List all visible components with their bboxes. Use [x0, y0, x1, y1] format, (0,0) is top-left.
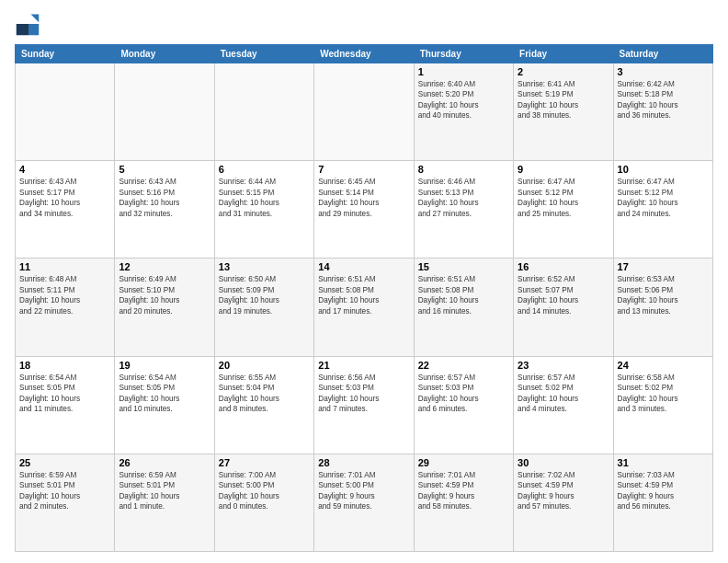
day-cell: 15Sunrise: 6:51 AM Sunset: 5:08 PM Dayli… [414, 259, 513, 356]
page: SundayMondayTuesdayWednesdayThursdayFrid… [0, 0, 728, 563]
day-cell: 2Sunrise: 6:41 AM Sunset: 5:19 PM Daylig… [514, 63, 613, 161]
day-cell [214, 63, 313, 161]
day-number: 11 [19, 261, 110, 272]
day-info: Sunrise: 6:41 AM Sunset: 5:19 PM Dayligh… [518, 79, 609, 121]
day-number: 4 [19, 164, 110, 175]
day-cell: 9Sunrise: 6:47 AM Sunset: 5:12 PM Daylig… [514, 161, 613, 259]
day-info: Sunrise: 7:01 AM Sunset: 5:00 PM Dayligh… [318, 470, 409, 512]
calendar-header: SundayMondayTuesdayWednesdayThursdayFrid… [16, 45, 713, 63]
day-number: 26 [119, 457, 210, 468]
day-info: Sunrise: 6:50 AM Sunset: 5:09 PM Dayligh… [219, 274, 310, 316]
day-cell: 3Sunrise: 6:42 AM Sunset: 5:18 PM Daylig… [613, 63, 712, 161]
day-cell: 17Sunrise: 6:53 AM Sunset: 5:06 PM Dayli… [613, 259, 712, 356]
day-cell: 24Sunrise: 6:58 AM Sunset: 5:02 PM Dayli… [613, 356, 712, 454]
day-cell: 16Sunrise: 6:52 AM Sunset: 5:07 PM Dayli… [514, 259, 613, 356]
day-info: Sunrise: 6:56 AM Sunset: 5:03 PM Dayligh… [318, 373, 409, 415]
day-number: 9 [518, 164, 609, 175]
day-number: 10 [618, 164, 709, 175]
day-cell: 30Sunrise: 7:02 AM Sunset: 4:59 PM Dayli… [514, 454, 613, 551]
day-info: Sunrise: 6:43 AM Sunset: 5:17 PM Dayligh… [19, 177, 110, 219]
day-info: Sunrise: 6:55 AM Sunset: 5:04 PM Dayligh… [219, 373, 310, 415]
day-number: 31 [618, 457, 709, 468]
day-header-monday: Monday [115, 45, 214, 63]
day-info: Sunrise: 6:51 AM Sunset: 5:08 PM Dayligh… [418, 274, 509, 316]
day-cell: 29Sunrise: 7:01 AM Sunset: 4:59 PM Dayli… [414, 454, 513, 551]
day-info: Sunrise: 6:47 AM Sunset: 5:12 PM Dayligh… [518, 177, 609, 219]
day-header-tuesday: Tuesday [214, 45, 313, 63]
day-info: Sunrise: 6:40 AM Sunset: 5:20 PM Dayligh… [418, 79, 509, 121]
day-cell: 5Sunrise: 6:43 AM Sunset: 5:16 PM Daylig… [115, 161, 214, 259]
day-cell: 25Sunrise: 6:59 AM Sunset: 5:01 PM Dayli… [16, 454, 115, 551]
week-row-3: 11Sunrise: 6:48 AM Sunset: 5:11 PM Dayli… [16, 259, 713, 356]
header [15, 11, 713, 37]
day-number: 28 [318, 457, 409, 468]
day-cell: 4Sunrise: 6:43 AM Sunset: 5:17 PM Daylig… [16, 161, 115, 259]
day-header-friday: Friday [514, 45, 613, 63]
day-cell: 19Sunrise: 6:54 AM Sunset: 5:05 PM Dayli… [115, 356, 214, 454]
day-info: Sunrise: 6:54 AM Sunset: 5:05 PM Dayligh… [119, 373, 210, 415]
day-header-row: SundayMondayTuesdayWednesdayThursdayFrid… [16, 45, 713, 63]
day-number: 27 [219, 457, 310, 468]
day-cell: 6Sunrise: 6:44 AM Sunset: 5:15 PM Daylig… [214, 161, 313, 259]
day-cell: 18Sunrise: 6:54 AM Sunset: 5:05 PM Dayli… [16, 356, 115, 454]
day-number: 19 [119, 360, 210, 371]
day-cell: 21Sunrise: 6:56 AM Sunset: 5:03 PM Dayli… [314, 356, 414, 454]
day-info: Sunrise: 6:49 AM Sunset: 5:10 PM Dayligh… [119, 274, 210, 316]
day-number: 14 [318, 261, 409, 272]
day-number: 24 [618, 360, 709, 371]
day-number: 16 [518, 261, 609, 272]
week-row-5: 25Sunrise: 6:59 AM Sunset: 5:01 PM Dayli… [16, 454, 713, 551]
week-row-4: 18Sunrise: 6:54 AM Sunset: 5:05 PM Dayli… [16, 356, 713, 454]
day-number: 23 [518, 360, 609, 371]
day-number: 20 [219, 360, 310, 371]
day-number: 29 [418, 457, 509, 468]
day-cell: 12Sunrise: 6:49 AM Sunset: 5:10 PM Dayli… [115, 259, 214, 356]
day-number: 2 [518, 66, 609, 77]
day-cell: 28Sunrise: 7:01 AM Sunset: 5:00 PM Dayli… [314, 454, 414, 551]
day-cell: 26Sunrise: 6:59 AM Sunset: 5:01 PM Dayli… [115, 454, 214, 551]
day-cell: 7Sunrise: 6:45 AM Sunset: 5:14 PM Daylig… [314, 161, 414, 259]
day-header-wednesday: Wednesday [314, 45, 414, 63]
day-cell: 11Sunrise: 6:48 AM Sunset: 5:11 PM Dayli… [16, 259, 115, 356]
week-row-2: 4Sunrise: 6:43 AM Sunset: 5:17 PM Daylig… [16, 161, 713, 259]
svg-rect-3 [29, 24, 40, 35]
day-info: Sunrise: 6:59 AM Sunset: 5:01 PM Dayligh… [19, 470, 110, 512]
day-cell: 13Sunrise: 6:50 AM Sunset: 5:09 PM Dayli… [214, 259, 313, 356]
day-number: 5 [119, 164, 210, 175]
day-info: Sunrise: 6:45 AM Sunset: 5:14 PM Dayligh… [318, 177, 409, 219]
day-cell [16, 63, 115, 161]
logo [15, 11, 44, 37]
day-number: 21 [318, 360, 409, 371]
day-header-saturday: Saturday [613, 45, 712, 63]
day-cell: 31Sunrise: 7:03 AM Sunset: 4:59 PM Dayli… [613, 454, 712, 551]
day-cell: 14Sunrise: 6:51 AM Sunset: 5:08 PM Dayli… [314, 259, 414, 356]
day-info: Sunrise: 6:53 AM Sunset: 5:06 PM Dayligh… [618, 274, 709, 316]
day-info: Sunrise: 6:42 AM Sunset: 5:18 PM Dayligh… [618, 79, 709, 121]
day-info: Sunrise: 6:54 AM Sunset: 5:05 PM Dayligh… [19, 373, 110, 415]
day-number: 30 [518, 457, 609, 468]
week-row-1: 1Sunrise: 6:40 AM Sunset: 5:20 PM Daylig… [16, 63, 713, 161]
day-info: Sunrise: 6:48 AM Sunset: 5:11 PM Dayligh… [19, 274, 110, 316]
day-info: Sunrise: 6:57 AM Sunset: 5:03 PM Dayligh… [418, 373, 509, 415]
day-info: Sunrise: 6:46 AM Sunset: 5:13 PM Dayligh… [418, 177, 509, 219]
day-number: 18 [19, 360, 110, 371]
day-info: Sunrise: 7:00 AM Sunset: 5:00 PM Dayligh… [219, 470, 310, 512]
day-cell: 23Sunrise: 6:57 AM Sunset: 5:02 PM Dayli… [514, 356, 613, 454]
calendar-body: 1Sunrise: 6:40 AM Sunset: 5:20 PM Daylig… [16, 63, 713, 552]
day-cell: 22Sunrise: 6:57 AM Sunset: 5:03 PM Dayli… [414, 356, 513, 454]
day-info: Sunrise: 7:03 AM Sunset: 4:59 PM Dayligh… [618, 470, 709, 512]
day-info: Sunrise: 6:52 AM Sunset: 5:07 PM Dayligh… [518, 274, 609, 316]
day-number: 13 [219, 261, 310, 272]
day-info: Sunrise: 6:51 AM Sunset: 5:08 PM Dayligh… [318, 274, 409, 316]
day-info: Sunrise: 6:57 AM Sunset: 5:02 PM Dayligh… [518, 373, 609, 415]
svg-rect-2 [17, 24, 29, 35]
day-number: 12 [119, 261, 210, 272]
day-number: 6 [219, 164, 310, 175]
day-number: 1 [418, 66, 509, 77]
day-info: Sunrise: 7:02 AM Sunset: 4:59 PM Dayligh… [518, 470, 609, 512]
day-cell: 27Sunrise: 7:00 AM Sunset: 5:00 PM Dayli… [214, 454, 313, 551]
calendar-table: SundayMondayTuesdayWednesdayThursdayFrid… [15, 44, 713, 552]
day-number: 15 [418, 261, 509, 272]
day-cell: 10Sunrise: 6:47 AM Sunset: 5:12 PM Dayli… [613, 161, 712, 259]
day-cell [115, 63, 214, 161]
